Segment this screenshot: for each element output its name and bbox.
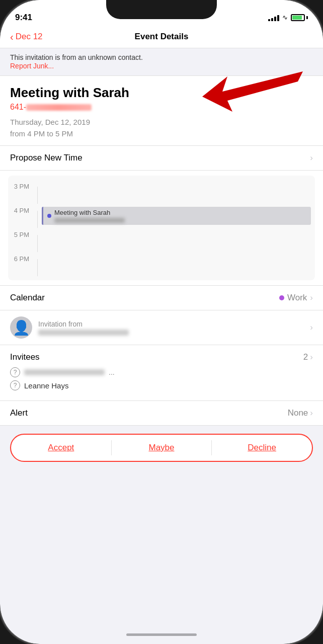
invitees-header: Invitees 2 › [10, 352, 313, 362]
signal-icon [268, 14, 279, 21]
timeline-row-3pm: 3 PM [8, 180, 315, 204]
red-arrow-annotation [202, 66, 303, 127]
status-time: 9:41 [15, 13, 32, 23]
alert-value: None › [288, 408, 313, 418]
invitation-label: Invitation from [38, 320, 304, 328]
chevron-right-icon: › [310, 408, 313, 418]
chevron-left-icon: ‹ [10, 32, 14, 42]
invitee-status-icon-2: ? [10, 380, 20, 390]
banner-text: This invitation is from an unknown conta… [10, 53, 313, 61]
invitee-item-2: ? Leanne Hays [10, 380, 313, 390]
notch [106, 0, 217, 19]
propose-new-time-row[interactable]: Propose New Time › [0, 146, 323, 171]
phone-prefix: 641- [10, 103, 26, 111]
phone-blurred [26, 104, 92, 111]
timeline-label-6pm: 6 PM [8, 252, 33, 263]
back-button[interactable]: ‹ Dec 12 [10, 32, 43, 42]
timeline-row-5pm: 5 PM [8, 228, 315, 252]
calendar-row[interactable]: Calendar Work › [0, 286, 323, 310]
timeline-section: 3 PM 4 PM Meeting with Sarah [0, 171, 323, 286]
invitee-item-1: ? ... [10, 367, 313, 377]
status-icons: ∿ [268, 14, 308, 21]
timeline-event-title: Meeting with Sarah [54, 209, 125, 216]
accept-button[interactable]: Accept [11, 435, 111, 461]
chevron-right-icon: › [310, 352, 313, 362]
work-calendar-dot [279, 295, 284, 300]
chevron-right-icon: › [310, 153, 313, 163]
action-buttons: Accept Maybe Decline [10, 434, 313, 462]
report-junk-link[interactable]: Report Junk... [10, 62, 54, 70]
phone-screen: 9:41 ∿ ‹ Dec [0, 0, 323, 644]
event-date-text: Thursday, Dec 12, 2019 [10, 118, 90, 126]
alert-row[interactable]: Alert None › [0, 401, 323, 426]
invitee-name-2: Leanne Hays [24, 381, 68, 390]
decline-button[interactable]: Decline [212, 435, 312, 461]
nav-title: Event Details [135, 32, 189, 42]
timeline-row-6pm: 6 PM [8, 252, 315, 276]
svg-marker-0 [202, 71, 303, 112]
invitee-ellipsis: ... [109, 368, 115, 376]
timeline-event-blurred [54, 218, 125, 223]
maybe-button[interactable]: Maybe [112, 435, 212, 461]
invitee-status-icon-1: ? [10, 367, 20, 377]
invitation-row[interactable]: 👤 Invitation from › [0, 310, 323, 345]
event-time-text: from 4 PM to 5 PM [10, 129, 73, 138]
wifi-icon: ∿ [282, 14, 288, 21]
home-indicator [126, 633, 197, 636]
alert-label: Alert [10, 408, 28, 418]
invitees-section: Invitees 2 › ? ... ? Leanne Hays [0, 345, 323, 401]
avatar: 👤 [10, 316, 32, 339]
invitee-name-blurred-1 [24, 369, 105, 375]
chevron-right-icon: › [310, 293, 313, 303]
timeline-label-3pm: 3 PM [8, 180, 33, 190]
nav-bar: ‹ Dec 12 Event Details [0, 28, 323, 48]
back-label: Dec 12 [16, 32, 43, 42]
phone-frame: 9:41 ∿ ‹ Dec [0, 0, 323, 644]
chevron-right-icon: › [310, 323, 313, 333]
alert-value-text: None [288, 408, 308, 418]
invitees-count[interactable]: 2 › [303, 352, 313, 362]
calendar-label: Calendar [10, 293, 45, 303]
timeline-row-4pm: 4 PM Meeting with Sarah [8, 204, 315, 228]
battery-icon [291, 14, 308, 21]
calendar-value-text: Work [287, 293, 307, 303]
invitees-label: Invitees [10, 352, 40, 362]
timeline: 3 PM 4 PM Meeting with Sarah [8, 176, 315, 280]
timeline-label-5pm: 5 PM [8, 228, 33, 238]
invitation-name-blurred [38, 330, 129, 336]
propose-new-time-label: Propose New Time [10, 153, 83, 163]
invitees-count-text: 2 [303, 352, 308, 362]
calendar-value: Work › [279, 293, 313, 303]
timeline-label-4pm: 4 PM [8, 204, 33, 214]
event-section: Meeting with Sarah 641- Thursday, Dec 12… [0, 76, 323, 146]
person-icon: 👤 [13, 319, 30, 336]
timeline-event-block: Meeting with Sarah [42, 207, 311, 225]
event-dot [47, 214, 51, 218]
